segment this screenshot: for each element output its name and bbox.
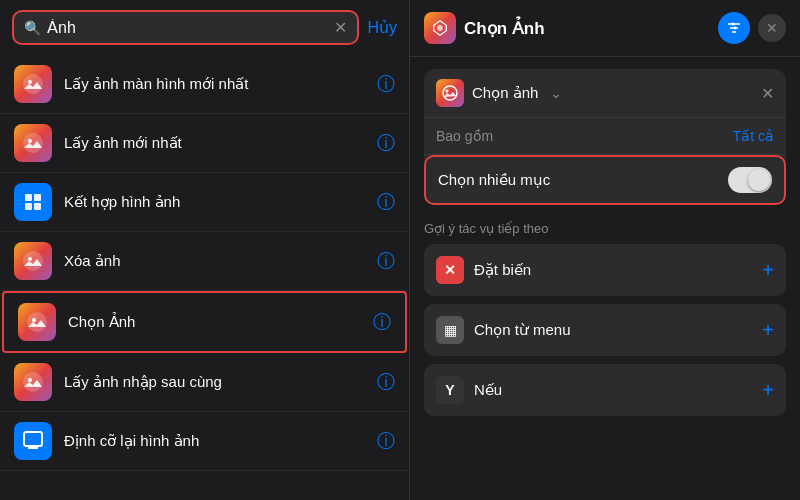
item-icon-photos: [18, 303, 56, 341]
item-icon-photos: [14, 65, 52, 103]
include-row: Bao gồm Tất cả: [424, 118, 786, 155]
suggestions-section: Gợi ý tác vụ tiếp theo ✕ Đặt biến + ▦ Ch…: [424, 221, 786, 416]
right-header: Chọn Ảnh ✕: [410, 0, 800, 57]
svg-point-11: [32, 318, 36, 322]
item-label: Lấy ảnh mới nhất: [64, 134, 377, 152]
suggestion-label: Nếu: [474, 381, 762, 399]
include-value[interactable]: Tất cả: [733, 128, 774, 144]
right-panel: Chọn Ảnh ✕ Chọn ảnh ⌄ ✕ Bao gồm Tất cả: [410, 0, 800, 500]
cancel-button[interactable]: Hủy: [367, 18, 397, 37]
suggestion-item-dat-bien[interactable]: ✕ Đặt biến +: [424, 244, 786, 296]
info-icon[interactable]: ⓘ: [377, 249, 395, 273]
neu-icon: Y: [436, 376, 464, 404]
svg-point-18: [732, 23, 735, 26]
info-icon[interactable]: ⓘ: [377, 131, 395, 155]
svg-point-21: [446, 90, 449, 93]
action-block: Chọn ảnh ⌄ ✕ Bao gồm Tất cả Chọn nhiều m…: [424, 69, 786, 205]
suggestion-item-chon-tu-menu[interactable]: ▦ Chọn từ menu +: [424, 304, 786, 356]
chevron-down-icon: ⌄: [550, 85, 562, 101]
item-icon-photos: [14, 363, 52, 401]
list-item[interactable]: Định cỡ lại hình ảnh ⓘ: [0, 412, 409, 471]
page-title: Chọn Ảnh: [464, 18, 710, 39]
action-title: Chọn ảnh: [472, 84, 538, 102]
action-header[interactable]: Chọn ảnh ⌄ ✕: [424, 69, 786, 118]
list-item-selected[interactable]: Chọn Ảnh ⓘ: [2, 291, 407, 353]
svg-rect-4: [25, 194, 32, 201]
info-icon[interactable]: ⓘ: [377, 190, 395, 214]
svg-point-1: [28, 80, 32, 84]
list-item[interactable]: Lấy ảnh nhập sau cùng ⓘ: [0, 353, 409, 412]
section-label: Gợi ý tác vụ tiếp theo: [424, 221, 786, 236]
toggle-switch[interactable]: [728, 167, 772, 193]
list-items: Lấy ảnh màn hình mới nhất ⓘ Lấy ảnh mới …: [0, 55, 409, 500]
close-icon: ✕: [766, 20, 778, 36]
item-label: Chọn Ảnh: [68, 313, 373, 331]
svg-point-9: [28, 257, 32, 261]
svg-rect-6: [25, 203, 32, 210]
item-icon-combine: [14, 183, 52, 221]
toggle-label: Chọn nhiều mục: [438, 171, 728, 189]
item-label: Lấy ảnh nhập sau cùng: [64, 373, 377, 391]
close-button[interactable]: ✕: [758, 14, 786, 42]
suggestion-item-neu[interactable]: Y Nếu +: [424, 364, 786, 416]
info-icon[interactable]: ⓘ: [373, 310, 391, 334]
item-label: Kết hợp hình ảnh: [64, 193, 377, 211]
chon-tu-menu-icon: ▦: [436, 316, 464, 344]
include-label: Bao gồm: [436, 128, 733, 144]
action-icon: [436, 79, 464, 107]
svg-rect-14: [24, 432, 42, 446]
clear-icon[interactable]: ✕: [334, 18, 347, 37]
add-icon[interactable]: +: [762, 319, 774, 342]
filter-button[interactable]: [718, 12, 750, 44]
svg-point-3: [28, 139, 32, 143]
list-item[interactable]: Kết hợp hình ảnh ⓘ: [0, 173, 409, 232]
svg-point-2: [23, 133, 43, 153]
item-icon-photos: [14, 124, 52, 162]
right-content: Chọn ảnh ⌄ ✕ Bao gồm Tất cả Chọn nhiều m…: [410, 57, 800, 500]
toggle-row[interactable]: Chọn nhiều mục: [424, 155, 786, 205]
action-close-icon[interactable]: ✕: [761, 84, 774, 103]
shortcuts-logo-icon: [424, 12, 456, 44]
svg-point-13: [28, 378, 32, 382]
svg-point-19: [734, 27, 737, 30]
svg-rect-7: [34, 203, 41, 210]
add-icon[interactable]: +: [762, 259, 774, 282]
search-input-wrap: 🔍 ✕: [12, 10, 359, 45]
dat-bien-icon: ✕: [436, 256, 464, 284]
search-input[interactable]: [47, 19, 328, 37]
list-item[interactable]: Lấy ảnh mới nhất ⓘ: [0, 114, 409, 173]
list-item[interactable]: Xóa ảnh ⓘ: [0, 232, 409, 291]
item-icon-delete: [14, 242, 52, 280]
add-icon[interactable]: +: [762, 379, 774, 402]
item-label: Xóa ảnh: [64, 252, 377, 270]
svg-point-12: [23, 372, 43, 392]
svg-point-20: [443, 86, 457, 100]
item-icon-resize: [14, 422, 52, 460]
suggestion-label: Đặt biến: [474, 261, 762, 279]
search-icon: 🔍: [24, 20, 41, 36]
svg-point-0: [23, 74, 43, 94]
item-label: Định cỡ lại hình ảnh: [64, 432, 377, 450]
toggle-knob: [748, 169, 770, 191]
info-icon[interactable]: ⓘ: [377, 370, 395, 394]
svg-point-10: [27, 312, 47, 332]
left-panel: 🔍 ✕ Hủy Lấy ảnh màn hình mới nhất ⓘ Lấy …: [0, 0, 410, 500]
info-icon[interactable]: ⓘ: [377, 72, 395, 96]
item-label: Lấy ảnh màn hình mới nhất: [64, 75, 377, 93]
search-bar: 🔍 ✕ Hủy: [0, 10, 409, 45]
svg-point-8: [23, 251, 43, 271]
list-item[interactable]: Lấy ảnh màn hình mới nhất ⓘ: [0, 55, 409, 114]
info-icon[interactable]: ⓘ: [377, 429, 395, 453]
svg-rect-5: [34, 194, 41, 201]
suggestion-label: Chọn từ menu: [474, 321, 762, 339]
